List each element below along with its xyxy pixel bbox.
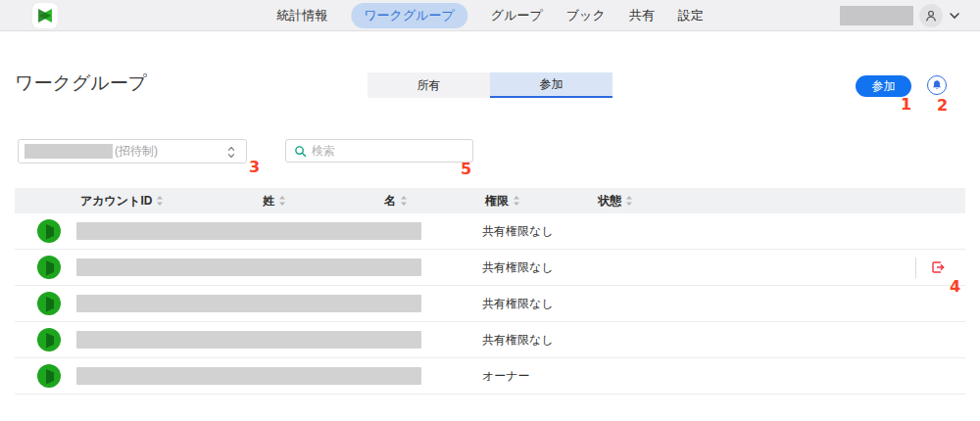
tab-joined[interactable]: 参加: [490, 72, 612, 98]
action-divider: [915, 257, 916, 278]
member-avatar: [37, 328, 61, 351]
permission-value: 共有権限なし: [482, 250, 554, 286]
sort-icon: [400, 195, 408, 207]
search-input[interactable]: [312, 144, 472, 158]
column-label: 名: [384, 193, 396, 210]
table-header: アカウントID 姓 名 権限 状態: [15, 188, 965, 213]
workgroup-select[interactable]: (招待制): [18, 139, 247, 164]
member-avatar: [37, 219, 61, 243]
nav-item-share[interactable]: 共有: [629, 7, 655, 24]
leave-workgroup-icon: [930, 259, 946, 275]
nav-item-book[interactable]: ブック: [566, 7, 606, 24]
annotation-marker-4: 4: [950, 277, 960, 296]
annotation-marker-5: 5: [461, 160, 471, 178]
permission-value: オーナー: [482, 358, 530, 395]
member-avatar: [37, 364, 61, 388]
member-avatar: [37, 256, 61, 279]
search-icon: [294, 145, 307, 158]
nav-item-settings[interactable]: 設定: [678, 7, 704, 24]
main-nav: 統計情報 ワークグループ グループ ブック 共有 設定: [276, 0, 703, 31]
sort-icon: [513, 195, 520, 207]
column-label: アカウントID: [80, 193, 152, 210]
leave-workgroup-button[interactable]: [930, 259, 946, 275]
user-avatar[interactable]: [919, 4, 943, 27]
sort-icon: [625, 195, 633, 207]
redacted-member-info: [76, 295, 421, 312]
column-label: 権限: [485, 193, 509, 210]
redacted-workgroup-name: [24, 144, 113, 159]
table-row: 共有権限なし: [15, 322, 965, 358]
permission-value: 共有権限なし: [482, 286, 554, 322]
sort-icon: [278, 195, 286, 207]
members-table: アカウントID 姓 名 権限 状態: [15, 188, 965, 395]
chevron-down-icon[interactable]: [949, 12, 960, 20]
column-label: 姓: [263, 193, 274, 210]
column-header-first-name[interactable]: 名: [384, 188, 408, 213]
permission-value: 共有権限なし: [482, 322, 554, 358]
top-nav: 統計情報 ワークグループ グループ ブック 共有 設定: [0, 0, 980, 31]
column-label: 状態: [598, 193, 621, 210]
column-header-account-id[interactable]: アカウントID: [80, 188, 164, 213]
search-box: [285, 139, 473, 163]
marginnote-logo-icon: [35, 6, 55, 25]
nav-item-statistics[interactable]: 統計情報: [276, 7, 327, 24]
annotation-marker-3: 3: [249, 158, 260, 176]
invitation-bell-button[interactable]: [927, 75, 947, 95]
sort-icon: [156, 195, 164, 207]
column-header-status[interactable]: 状態: [598, 188, 633, 213]
join-button[interactable]: 参加: [856, 75, 911, 97]
bell-icon: [931, 79, 943, 91]
nav-item-workgroup[interactable]: ワークグループ: [351, 3, 467, 28]
redacted-member-info: [76, 258, 421, 276]
redacted-member-info: [76, 367, 421, 385]
page-title: ワークグループ: [15, 70, 147, 96]
member-avatar: [37, 292, 61, 315]
ownership-tabs: 所有 参加: [368, 72, 612, 98]
app-window: 統計情報 ワークグループ グループ ブック 共有 設定 ワークグループ: [0, 0, 980, 421]
workgroup-select-suffix: (招待制): [115, 143, 158, 160]
permission-value: 共有権限なし: [482, 213, 554, 250]
column-header-permission[interactable]: 権限: [485, 188, 520, 213]
table-row: オーナー: [15, 358, 965, 395]
tab-owned[interactable]: 所有: [368, 72, 490, 98]
annotation-marker-2: 2: [937, 96, 948, 115]
select-stepper-icon: [226, 145, 236, 164]
redacted-member-info: [76, 222, 421, 240]
person-icon: [923, 8, 939, 23]
table-row: 共有権限なし: [15, 286, 965, 322]
table-row: 共有権限なし: [15, 213, 965, 250]
nav-right-cluster: [840, 0, 960, 31]
column-header-last-name[interactable]: 姓: [263, 188, 286, 213]
redacted-member-info: [76, 331, 421, 349]
table-row: 共有権限なし: [15, 250, 965, 286]
app-logo[interactable]: [32, 3, 58, 28]
redacted-username: [840, 6, 913, 25]
annotation-marker-1: 1: [901, 95, 911, 114]
nav-item-group[interactable]: グループ: [491, 7, 543, 24]
